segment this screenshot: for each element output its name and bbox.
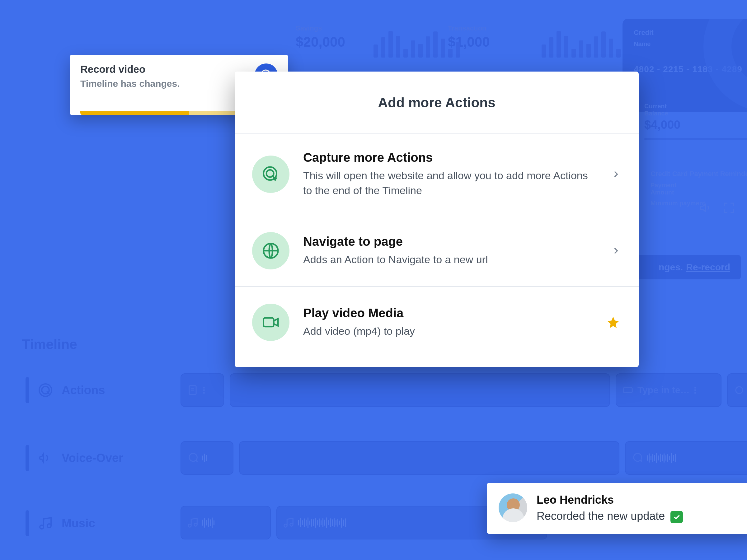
- speech-bubble-icon: [187, 452, 199, 464]
- dialog-header: Add more Actions: [235, 72, 639, 134]
- action-clip-type-in-label: Type in te…: [638, 385, 690, 395]
- comment-card: Leo Hendricks Recorded the new update: [487, 483, 747, 534]
- track-voiceover[interactable]: Voice-Over: [26, 445, 123, 471]
- music-note-icon: [187, 517, 199, 529]
- record-video-subtitle: Timeline has changes.: [80, 78, 180, 89]
- track-actions[interactable]: Actions: [26, 377, 105, 403]
- megaphone-icon: [38, 451, 53, 465]
- action-clip[interactable]: ⁝: [181, 373, 224, 407]
- music-icon: [38, 516, 53, 531]
- rerecord-link[interactable]: Re-record: [686, 262, 730, 272]
- current-balance-value: $4,000: [644, 118, 680, 132]
- track-actions-label: Actions: [61, 383, 105, 397]
- music-clip[interactable]: [181, 506, 271, 539]
- music-note-icon: [283, 517, 294, 529]
- balance-progress: [644, 138, 747, 140]
- sparkline-transaction: [542, 28, 628, 58]
- svg-point-8: [194, 523, 197, 526]
- track-voiceover-label: Voice-Over: [61, 451, 123, 465]
- timeline-heading: Timeline: [22, 337, 77, 352]
- voiceover-clip-spacer[interactable]: [239, 441, 619, 475]
- payment-reminder-heading: Credit Card Payment Reminder: [650, 170, 747, 178]
- page-icon: [187, 384, 199, 396]
- action-item-title: Capture more Actions: [303, 151, 597, 165]
- voiceover-clip-long[interactable]: [625, 441, 747, 475]
- add-actions-dialog: Add more Actions Capture more Actions Th…: [235, 72, 639, 367]
- action-item-capture[interactable]: Capture more Actions This will open the …: [235, 134, 639, 215]
- cursor-icon: [733, 384, 745, 396]
- video-icon: [252, 304, 289, 341]
- media-controls: [700, 202, 735, 214]
- svg-rect-5: [623, 388, 633, 393]
- current-balance-label: Current Balance: [644, 103, 680, 117]
- cursor-click-icon: [38, 383, 53, 398]
- actions-clips-row: ⁝ Type in te… ⁝: [181, 373, 747, 407]
- chevron-right-icon: [611, 169, 621, 180]
- text-input-icon: [622, 384, 634, 396]
- speech-bubble-icon: [631, 452, 643, 464]
- dialog-title: Add more Actions: [378, 95, 495, 110]
- action-item-title: Navigate to page: [303, 235, 597, 248]
- action-clip-type-in[interactable]: Type in te… ⁝: [616, 373, 721, 407]
- svg-point-7: [188, 524, 191, 527]
- action-item-title: Play video Media: [303, 306, 621, 320]
- svg-point-10: [290, 523, 293, 526]
- svg-rect-16: [264, 318, 274, 327]
- action-clip-spacer[interactable]: [230, 373, 610, 407]
- comment-body: Recorded the new update: [537, 510, 683, 523]
- stat-savings-value: $20,000: [296, 34, 345, 50]
- action-item-subtitle: Add video (mp4) to play: [303, 324, 621, 339]
- avatar: [499, 494, 527, 522]
- star-icon[interactable]: [606, 316, 620, 329]
- action-item-subtitle: This will open the website and allow you…: [303, 168, 597, 198]
- check-icon: [670, 511, 683, 523]
- fullscreen-icon[interactable]: [723, 202, 735, 214]
- rerecord-text: nges.: [659, 262, 683, 272]
- sparkline-savings: [374, 28, 460, 58]
- cursor-click-icon: [252, 156, 289, 193]
- record-video-title: Record video: [80, 63, 180, 75]
- action-clip[interactable]: [727, 373, 747, 407]
- track-music[interactable]: Music: [26, 510, 95, 536]
- action-item-subtitle: Adds an Action to Navigate to a new url: [303, 252, 597, 267]
- stat-savings: Savings $20,000: [296, 24, 345, 50]
- track-music-label: Music: [61, 517, 95, 530]
- action-item-navigate[interactable]: Navigate to page Adds an Action to Navig…: [235, 215, 639, 287]
- svg-point-6: [736, 387, 743, 394]
- chevron-right-icon: [611, 245, 621, 256]
- payment-amount-label: Payment Amount: [650, 182, 676, 196]
- volume-icon[interactable]: [700, 202, 712, 214]
- svg-point-2: [40, 525, 44, 529]
- voiceover-clips-row: [181, 441, 747, 475]
- svg-point-9: [284, 524, 287, 527]
- action-item-play-video[interactable]: Play video Media Add video (mp4) to play: [235, 287, 639, 367]
- comment-author: Leo Hendricks: [537, 494, 683, 506]
- voiceover-clip[interactable]: [181, 441, 233, 475]
- balances-block: Current Balance $4,000 Available $5,0: [644, 103, 741, 140]
- svg-point-3: [47, 524, 51, 528]
- globe-icon: [252, 232, 289, 269]
- credit-card: Credit VISA Name 4802 - 2215 - 1183 - 42…: [622, 19, 747, 112]
- dialog-list: Capture more Actions This will open the …: [235, 134, 639, 367]
- minimum-payment-label: Minimum payment: [650, 200, 705, 207]
- stat-savings-label: Savings: [296, 24, 345, 32]
